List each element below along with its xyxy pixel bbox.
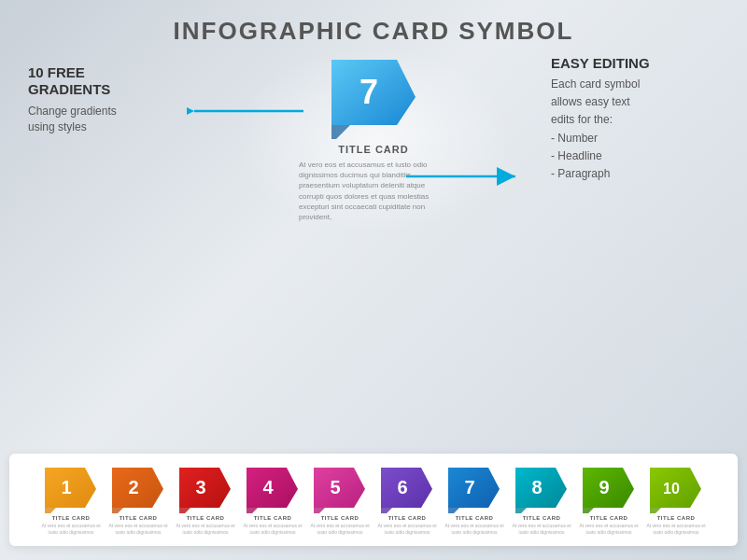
svg-text:2: 2 xyxy=(128,477,138,497)
card-item-1: 1 TITLE CARDAt vero eos et accusamus et … xyxy=(38,465,104,535)
svg-text:1: 1 xyxy=(61,477,71,497)
arrow-right-icon xyxy=(402,167,523,186)
page-title: INFOGRAPHIC CARD SYMBOL xyxy=(174,17,574,46)
mini-card-title-6: TITLE CARD xyxy=(388,515,427,521)
mini-card-para-8: At vero eos et accusamus et iusto odio d… xyxy=(509,523,574,535)
mini-card-para-4: At vero eos et accusamus et iusto odio d… xyxy=(240,523,305,535)
mini-symbol-1: 1 xyxy=(42,465,100,513)
card-item-3: 3 TITLE CARDAt vero eos et accusamus et … xyxy=(173,465,238,535)
svg-marker-14 xyxy=(179,508,190,513)
mini-card-title-7: TITLE CARD xyxy=(456,515,494,521)
svg-marker-26 xyxy=(448,508,459,513)
mini-card-para-1: At vero eos et accusamus et iusto odio d… xyxy=(38,523,104,535)
easy-editing-heading: EASY EDITING xyxy=(551,55,719,71)
mini-card-title-10: TITLE CARD xyxy=(657,515,696,521)
svg-marker-8 xyxy=(45,508,56,513)
mini-symbol-6: 6 xyxy=(378,465,436,513)
svg-text:7: 7 xyxy=(359,73,378,111)
svg-text:3: 3 xyxy=(195,477,205,497)
right-block: EASY EDITING Each card symbol allows eas… xyxy=(551,55,719,183)
mini-card-title-4: TITLE CARD xyxy=(254,515,292,521)
card-item-2: 2 TITLE CARDAt vero eos et accusamus et … xyxy=(106,465,171,535)
mini-symbol-8: 8 xyxy=(513,465,571,513)
svg-text:8: 8 xyxy=(531,477,542,497)
mini-card-title-5: TITLE CARD xyxy=(321,515,359,521)
mini-symbol-3: 3 xyxy=(176,465,234,513)
mini-card-para-7: At vero eos et accusamus et iusto odio d… xyxy=(442,523,507,535)
mini-card-para-3: At vero eos et accusamus et iusto odio d… xyxy=(173,523,238,535)
mini-symbol-10: 10 xyxy=(647,465,705,513)
bottom-strip: 1 TITLE CARDAt vero eos et accusamus et … xyxy=(9,454,738,546)
card-item-4: 4 TITLE CARDAt vero eos et accusamus et … xyxy=(240,465,305,535)
svg-text:4: 4 xyxy=(262,477,274,497)
svg-marker-32 xyxy=(583,508,594,513)
main-container: INFOGRAPHIC CARD SYMBOL 10 FREE GRADIENT… xyxy=(0,0,747,560)
svg-marker-23 xyxy=(381,508,392,513)
svg-marker-3 xyxy=(331,125,350,139)
mini-symbol-2: 2 xyxy=(109,465,167,513)
svg-marker-11 xyxy=(112,508,123,513)
card-item-7: 7 TITLE CARDAt vero eos et accusamus et … xyxy=(442,465,507,535)
mini-card-title-8: TITLE CARD xyxy=(523,515,561,521)
arrow-left-icon xyxy=(187,102,308,120)
svg-text:7: 7 xyxy=(464,477,474,497)
svg-marker-29 xyxy=(515,508,527,513)
svg-marker-20 xyxy=(314,508,325,513)
card-item-10: 10 TITLE CARDAt vero eos et accusamus et… xyxy=(643,465,709,535)
mini-symbol-5: 5 xyxy=(311,465,369,513)
mini-card-para-2: At vero eos et accusamus et iusto odio d… xyxy=(106,523,171,535)
card-title-label: TITLE CARD xyxy=(299,144,448,155)
free-gradients-heading: 10 FREE GRADIENTS xyxy=(28,64,177,98)
easy-editing-text: Each card symbol allows easy text edits … xyxy=(551,76,719,183)
card-item-9: 9 TITLE CARDAt vero eos et accusamus et … xyxy=(576,465,641,535)
card-symbol-large: 7 xyxy=(327,55,420,139)
top-section: 10 FREE GRADIENTS Change gradients using… xyxy=(0,46,747,454)
mini-card-title-3: TITLE CARD xyxy=(187,515,225,521)
mini-symbol-9: 9 xyxy=(580,465,638,513)
svg-text:5: 5 xyxy=(330,477,340,497)
mini-card-title-1: TITLE CARD xyxy=(52,515,91,521)
mini-card-title-9: TITLE CARD xyxy=(590,515,628,521)
mini-card-para-5: At vero eos et accusamus et iusto odio d… xyxy=(307,523,373,535)
mini-card-para-9: At vero eos et accusamus et iusto odio d… xyxy=(576,523,641,535)
card-item-6: 6 TITLE CARDAt vero eos et accusamus et … xyxy=(374,465,440,535)
left-block: 10 FREE GRADIENTS Change gradients using… xyxy=(28,64,177,135)
svg-marker-35 xyxy=(650,508,661,513)
card-item-8: 8 TITLE CARDAt vero eos et accusamus et … xyxy=(509,465,574,535)
svg-text:6: 6 xyxy=(397,477,407,497)
mini-card-para-6: At vero eos et accusamus et iusto odio d… xyxy=(374,523,440,535)
svg-text:9: 9 xyxy=(599,477,609,497)
mini-symbol-4: 4 xyxy=(244,465,302,513)
center-card: 7 TITLE CARD At vero eos et accusamus et… xyxy=(299,55,448,222)
mini-card-title-2: TITLE CARD xyxy=(120,515,158,521)
svg-marker-17 xyxy=(247,508,258,513)
card-item-5: 5 TITLE CARDAt vero eos et accusamus et … xyxy=(307,465,373,535)
mini-card-para-10: At vero eos et accusamus et iusto odio d… xyxy=(643,523,709,535)
svg-text:10: 10 xyxy=(663,481,680,497)
mini-symbol-7: 7 xyxy=(445,465,503,513)
change-gradients-text: Change gradients using styles xyxy=(28,104,177,135)
